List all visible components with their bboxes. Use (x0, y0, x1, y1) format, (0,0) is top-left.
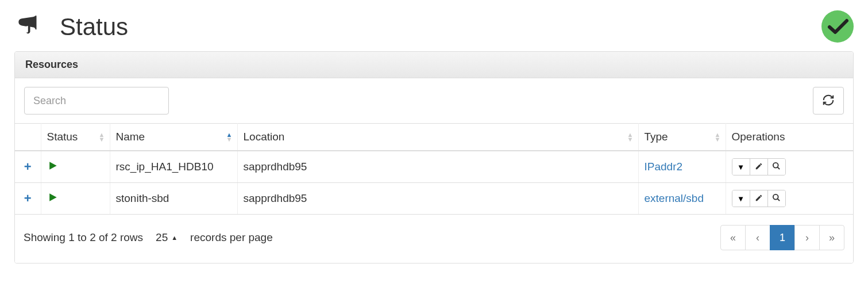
bullhorn-icon (14, 12, 40, 43)
page-last-button[interactable]: » (819, 225, 844, 250)
operations-group: ▼ (732, 158, 786, 175)
cell-location: sapprdhdb95 (237, 183, 638, 215)
column-expand (15, 124, 41, 151)
sort-icon: ▲▼ (627, 132, 634, 142)
search-button[interactable] (767, 190, 786, 207)
resources-table: Status ▲▼ Name ▲▼ Location ▲▼ Type (15, 123, 853, 215)
column-label: Location (244, 131, 285, 143)
column-name[interactable]: Name ▲▼ (110, 124, 237, 151)
table-footer: Showing 1 to 2 of 2 rows 25 ▲ records pe… (15, 215, 853, 263)
refresh-icon (822, 94, 835, 108)
menu-button[interactable]: ▼ (732, 190, 750, 207)
svg-line-3 (777, 198, 780, 201)
page-prev-button[interactable]: ‹ (745, 225, 770, 250)
svg-point-0 (773, 163, 778, 168)
running-icon (47, 193, 59, 205)
resources-panel: Resources (14, 51, 854, 264)
plus-icon: + (24, 159, 32, 174)
caret-down-icon: ▼ (737, 194, 744, 203)
sort-icon: ▲▼ (226, 132, 233, 142)
pagination: « ‹ 1 › » (720, 225, 844, 250)
column-location[interactable]: Location ▲▼ (237, 124, 638, 151)
magnifier-icon (772, 193, 781, 204)
column-label: Name (116, 131, 145, 143)
running-icon (47, 162, 59, 174)
sort-icon: ▲▼ (715, 132, 721, 142)
page-title: Status (60, 13, 128, 41)
search-input[interactable] (24, 87, 169, 114)
expand-button[interactable]: + (21, 159, 35, 174)
cell-location: sapprdhdb95 (237, 151, 638, 183)
toolbar (15, 78, 853, 123)
sort-icon: ▲▼ (99, 132, 105, 142)
panel-heading: Resources (15, 52, 853, 78)
type-link[interactable]: external/sbd (645, 192, 704, 204)
page-header: Status (14, 12, 854, 43)
page-first-button[interactable]: « (720, 225, 746, 250)
column-type[interactable]: Type ▲▼ (638, 124, 726, 151)
svg-line-1 (777, 167, 780, 169)
column-status[interactable]: Status ▲▼ (41, 124, 110, 151)
pencil-icon (755, 162, 763, 172)
column-label: Status (47, 131, 78, 143)
svg-point-2 (773, 194, 778, 200)
records-label: records per page (190, 231, 273, 244)
status-ok-badge (821, 10, 854, 43)
caret-up-icon: ▲ (171, 234, 178, 241)
cell-name: rsc_ip_HA1_HDB10 (110, 151, 237, 183)
caret-down-icon: ▼ (737, 163, 744, 171)
menu-button[interactable]: ▼ (732, 158, 750, 175)
magnifier-icon (772, 162, 781, 172)
table-row: + stonith-sbd sapprdhdb95 external/sbd ▼ (15, 183, 853, 215)
expand-button[interactable]: + (21, 191, 35, 206)
page-size-selector[interactable]: 25 ▲ (156, 231, 178, 244)
column-operations: Operations (726, 124, 853, 151)
edit-button[interactable] (750, 190, 768, 207)
edit-button[interactable] (750, 158, 768, 175)
table-row: + rsc_ip_HA1_HDB10 sapprdhdb95 IPaddr2 ▼ (15, 151, 853, 183)
operations-group: ▼ (732, 190, 786, 207)
refresh-button[interactable] (813, 87, 844, 114)
plus-icon: + (24, 191, 32, 206)
cell-name: stonith-sbd (110, 183, 237, 215)
page-number-button[interactable]: 1 (770, 225, 795, 250)
column-label: Operations (732, 131, 785, 143)
search-button[interactable] (767, 158, 786, 175)
type-link[interactable]: IPaddr2 (645, 161, 683, 173)
page-next-button[interactable]: › (794, 225, 820, 250)
column-label: Type (645, 131, 668, 143)
pencil-icon (755, 194, 763, 204)
page-size-value: 25 (156, 231, 168, 244)
row-summary: Showing 1 to 2 of 2 rows (24, 231, 143, 244)
